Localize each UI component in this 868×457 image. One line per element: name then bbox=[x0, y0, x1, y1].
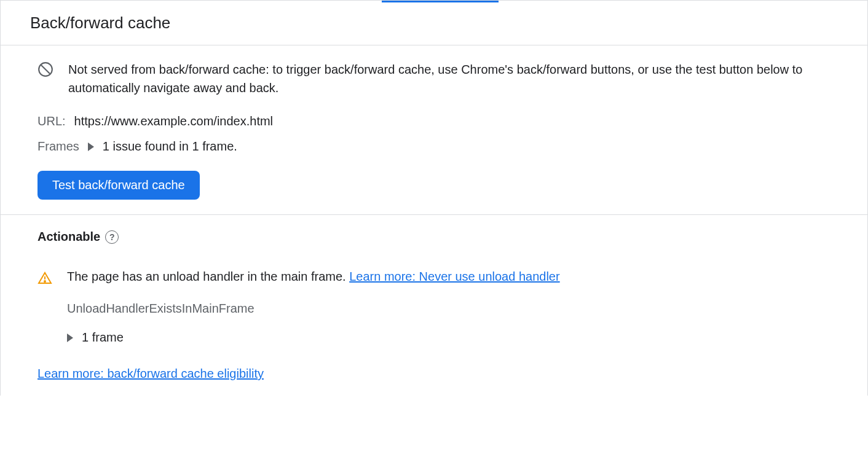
url-label: URL: bbox=[37, 114, 66, 128]
url-value: https://www.example.com/index.html bbox=[74, 114, 273, 128]
svg-point-3 bbox=[44, 281, 45, 282]
warning-icon bbox=[37, 271, 52, 286]
help-icon[interactable]: ? bbox=[105, 230, 119, 244]
frames-summary: 1 issue found in 1 frame. bbox=[103, 139, 237, 154]
frame-count: 1 frame bbox=[82, 330, 124, 345]
status-section: Not served from back/forward cache: to t… bbox=[1, 45, 867, 215]
actionable-title: Actionable bbox=[37, 230, 100, 244]
svg-line-1 bbox=[41, 64, 50, 74]
actionable-header: Actionable ? bbox=[37, 230, 838, 244]
panel-header: Back/forward cache bbox=[1, 2, 867, 45]
issue-content: The page has an unload handler in the ma… bbox=[67, 270, 560, 284]
disclosure-triangle-icon bbox=[88, 143, 94, 151]
bfc-panel: Back/forward cache Not served from back/… bbox=[0, 0, 868, 396]
frame-count-row[interactable]: 1 frame bbox=[67, 330, 838, 345]
url-row: URL: https://www.example.com/index.html bbox=[37, 114, 838, 128]
frames-row[interactable]: Frames 1 issue found in 1 frame. bbox=[37, 139, 838, 154]
actionable-section: Actionable ? The page has an unload hand… bbox=[1, 215, 867, 396]
page-title: Back/forward cache bbox=[30, 14, 838, 33]
footer-link-row: Learn more: back/forward cache eligibili… bbox=[37, 367, 838, 381]
not-served-icon bbox=[37, 61, 53, 77]
status-row: Not served from back/forward cache: to t… bbox=[37, 60, 838, 97]
disclosure-triangle-icon bbox=[67, 334, 73, 342]
frames-label: Frames bbox=[37, 139, 79, 154]
issue-row: The page has an unload handler in the ma… bbox=[37, 270, 838, 286]
status-message: Not served from back/forward cache: to t… bbox=[68, 60, 838, 97]
test-bfc-button[interactable]: Test back/forward cache bbox=[37, 171, 200, 200]
issue-learn-more-link[interactable]: Learn more: Never use unload handler bbox=[349, 270, 559, 283]
issue-text: The page has an unload handler in the ma… bbox=[67, 270, 349, 283]
issue-reason: UnloadHandlerExistsInMainFrame bbox=[67, 302, 838, 316]
eligibility-learn-more-link[interactable]: Learn more: back/forward cache eligibili… bbox=[37, 367, 264, 380]
